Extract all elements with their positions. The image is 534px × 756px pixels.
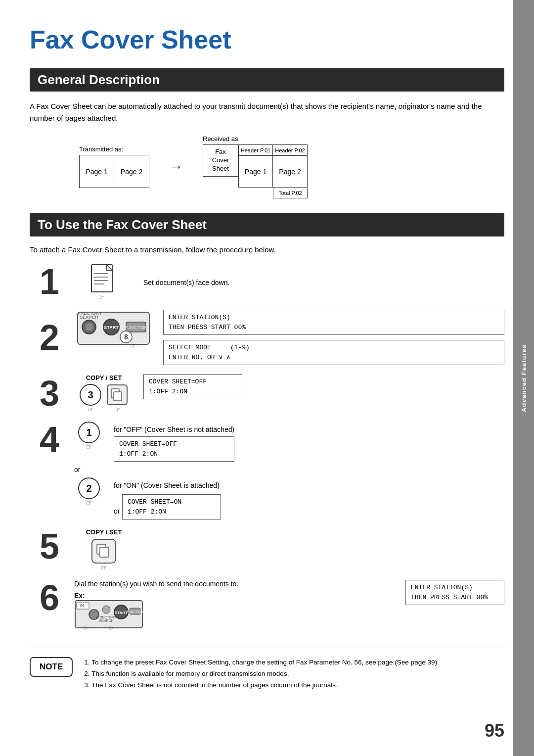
step-3-hand-2: ☞ [114, 406, 121, 413]
step-5-copy-label: COPY / SET [86, 528, 122, 536]
page-title: Fax Cover Sheet [30, 25, 504, 54]
step-5-icon-area: COPY / SET ☞ [74, 528, 134, 571]
step-3-num-circle: 3 [80, 384, 101, 406]
general-description-header: General Description [30, 68, 504, 92]
step-6-display: ENTER STATION(S)THEN PRESS START 00% [405, 580, 504, 605]
step-3-display-block: COVER SHEET=OFF1:OFF 2:ON [143, 374, 242, 399]
total-row: Total P.02 [238, 188, 308, 198]
step-4-hand-2: ☞ [86, 499, 92, 506]
page: Advanced Features Fax Cover Sheet Genera… [0, 0, 534, 756]
step-4-display-off: COVER SHEET=OFF1:OFF 2:ON [114, 436, 234, 462]
svg-text:☞: ☞ [109, 624, 115, 632]
step-6-ex-label: Ex: [74, 592, 143, 600]
general-description-text: A Fax Cover Sheet can be automatically a… [30, 100, 499, 124]
received-page-1: Page 1 [238, 155, 273, 188]
note-item-1: To change the preset Fax Cover Sheet Set… [91, 657, 439, 668]
svg-rect-24 [114, 392, 122, 401]
page-cells: Page 1 Page 2 [238, 155, 308, 188]
diagram-area: Transmitted as: Page 1 Page 2 → Received… [79, 135, 504, 198]
to-use-header: To Use the Fax Cover Sheet [30, 213, 504, 236]
copy-set-icon [106, 384, 128, 406]
received-pages: FaxCoverSheet Header P.01 Header P.02 Pa… [203, 144, 308, 198]
panel-icon: DIRECTORY SEARCH START FUNCTION 8 ☞ [77, 310, 151, 349]
page-number: 95 [485, 720, 504, 741]
step-1-text: Set document(s) face down. [143, 264, 504, 286]
steps-intro: To attach a Fax Cover Sheet to a transmi… [30, 245, 504, 254]
svg-text:FUNCTION: FUNCTION [127, 610, 143, 614]
step-6-content: Dial the station(s) you wish to send the… [74, 580, 504, 632]
svg-rect-27 [100, 547, 109, 557]
svg-point-12 [85, 323, 93, 331]
note-item-3: The Fax Cover Sheet is not counted in th… [91, 680, 439, 691]
note-text: To change the preset Fax Cover Sheet Set… [83, 657, 439, 691]
transmitted-page-2: Page 2 [114, 155, 149, 188]
step-1-content: ☞ Set document(s) face down. [74, 264, 504, 301]
received-page-2: Page 2 [273, 155, 308, 188]
note-item-2: This function is available for memory or… [91, 668, 439, 680]
step-3-icon-area: COPY / SET 3 ☞ [74, 374, 134, 413]
svg-text:START: START [115, 611, 128, 615]
svg-text:FUNCTION: FUNCTION [125, 325, 148, 330]
svg-text:DIRECTORY: DIRECTORY [96, 615, 117, 619]
svg-text:SEARCH: SEARCH [80, 315, 98, 320]
received-label: Received as: [203, 135, 308, 142]
step-3-display: COVER SHEET=OFF1:OFF 2:ON [143, 374, 504, 399]
step-6-number: 6 [30, 580, 69, 615]
step-4-display-on: COVER SHEET=ON1:OFF 2:ON [122, 494, 221, 520]
step-4-content: 1 ☞ for "OFF" (Cover Sheet is not attach… [74, 422, 504, 520]
svg-text:START: START [104, 325, 119, 330]
step-4-num-2: 2 [78, 477, 100, 499]
step-3-content: COPY / SET 3 ☞ [74, 374, 504, 413]
step-1-icon-area: ☞ [74, 264, 134, 301]
step-3-copy-label: COPY / SET [86, 374, 122, 381]
step-5-hand: ☞ [101, 564, 107, 571]
transmitted-page-1: Page 1 [80, 155, 114, 188]
step-4-num-1: 1 [78, 422, 100, 443]
total-p02: Total P.02 [273, 188, 308, 198]
received-group: Received as: FaxCoverSheet Header P.01 H… [203, 135, 308, 198]
sidebar-label: Advanced Features [520, 344, 528, 412]
step-5-copy-icon [91, 538, 117, 564]
received-right: Header P.01 Header P.02 Page 1 Page 2 To… [238, 144, 308, 198]
svg-point-32 [102, 606, 110, 614]
step-2-number: 2 [30, 320, 69, 355]
arrow: → [169, 159, 183, 175]
step-4-number: 4 [30, 422, 69, 457]
header-p02: Header P.02 [273, 144, 308, 155]
svg-text:☞: ☞ [130, 342, 136, 349]
step-4-hand-1: ☞ [86, 443, 92, 450]
transmitted-label: Transmitted as: [79, 145, 149, 153]
step-2-content: DIRECTORY SEARCH START FUNCTION 8 ☞ [74, 310, 504, 365]
transmitted-group: Transmitted as: Page 1 Page 2 [79, 145, 149, 188]
step-3-hand-1: ☞ [88, 406, 94, 413]
svg-text:SEARCH: SEARCH [99, 619, 113, 622]
document-icon: ☞ [89, 264, 119, 301]
transmitted-pages: Page 1 Page 2 [79, 155, 149, 188]
svg-text:☞: ☞ [83, 624, 89, 632]
step-2-display-1: ENTER STATION(S)THEN PRESS START 00% [163, 310, 504, 335]
steps-section: 1 [30, 264, 504, 632]
step-4-text-on: for "ON" (Cover Sheet is attached) [114, 481, 221, 489]
step-3: 3 COPY / SET 3 ☞ [30, 374, 504, 413]
step-6: 6 Dial the station(s) you wish to send t… [30, 580, 504, 632]
step-1: 1 [30, 264, 504, 301]
note-section: NOTE To change the preset Fax Cover Shee… [30, 647, 504, 691]
step-1-number: 1 [30, 264, 69, 299]
right-sidebar: Advanced Features [513, 0, 534, 756]
header-row: Header P.01 Header P.02 [238, 144, 308, 155]
step-4: 4 1 ☞ for "OFF" (Cover Sheet is not atta… [30, 422, 504, 520]
step-4-text-off: for "OFF" (Cover Sheet is not attached) [114, 425, 234, 433]
step-6-text: Dial the station(s) you wish to send the… [74, 580, 396, 588]
step-4-or: or [74, 466, 80, 473]
step-2-icon-area: DIRECTORY SEARCH START FUNCTION 8 ☞ [74, 310, 153, 349]
step-2-display-2: SELECT MODE (1-9)ENTER NO. OR ∨ ∧ [163, 340, 504, 365]
step-4-or-2: or [114, 507, 120, 515]
svg-text:01: 01 [80, 603, 85, 608]
step-5-number: 5 [30, 528, 69, 564]
step-6-panel-icon: 01 DIRECTORY SEARCH START [74, 600, 143, 632]
header-p01: Header P.01 [238, 144, 273, 155]
step-1-label: Set document(s) face down. [143, 279, 504, 286]
step-6-display-block: ENTER STATION(S)THEN PRESS START 00% [405, 580, 504, 605]
fax-cover-box: FaxCoverSheet [203, 144, 238, 177]
svg-text:8: 8 [124, 333, 128, 341]
